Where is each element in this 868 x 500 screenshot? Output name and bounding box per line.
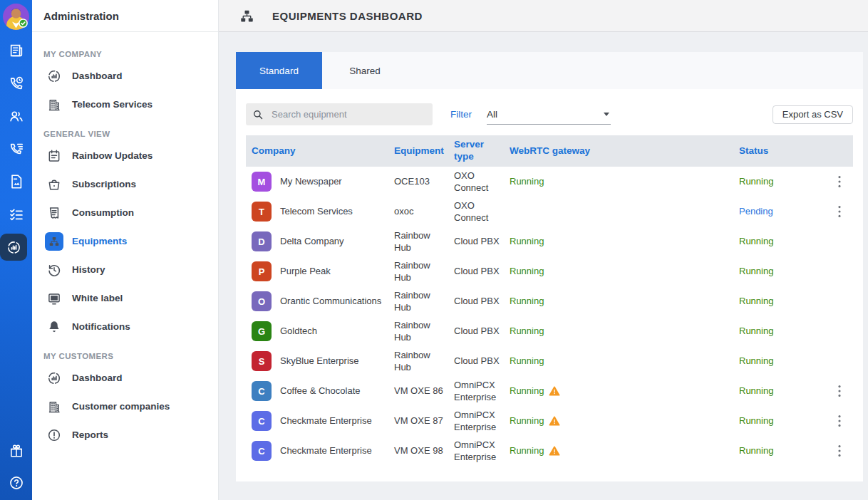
column-header-status[interactable]: Status bbox=[735, 145, 826, 157]
sidebar-item-label: Customer companies bbox=[72, 401, 170, 412]
rail-item-news[interactable] bbox=[0, 34, 32, 67]
row-menu-button[interactable] bbox=[832, 174, 847, 189]
rail-item-call-history[interactable] bbox=[0, 67, 32, 100]
sidebar-item-reports[interactable]: Reports bbox=[32, 421, 218, 449]
table-row[interactable]: CCheckmate EnterpriseVM OXE 87OmniPCX En… bbox=[246, 406, 853, 436]
row-menu-button[interactable] bbox=[832, 413, 847, 429]
company-cell: CCheckmate Enterprise bbox=[246, 441, 390, 461]
search-input[interactable] bbox=[270, 108, 426, 120]
equipment-cell: Rainbow Hub bbox=[390, 349, 450, 373]
sidebar-item-label: Rainbow Updates bbox=[72, 150, 153, 162]
sidebar-item-dashboard[interactable]: Dashboard bbox=[32, 364, 218, 392]
sidebar-item-label: Subscriptions bbox=[72, 179, 136, 190]
status-text: Running bbox=[739, 445, 773, 456]
column-header-server-type[interactable]: Server type bbox=[450, 139, 505, 163]
tab-bar: Standard Shared bbox=[236, 52, 863, 89]
table-row[interactable]: DDelta CompanyRainbow HubCloud PBXRunnin… bbox=[246, 226, 853, 256]
table-row[interactable]: PPurple PeakRainbow HubCloud PBXRunningR… bbox=[246, 256, 853, 286]
tab-shared[interactable]: Shared bbox=[322, 52, 408, 89]
warning-icon bbox=[549, 385, 560, 397]
receipt-icon bbox=[47, 206, 61, 220]
sidebar-item-label: Dashboard bbox=[72, 71, 123, 82]
sidebar-item-notifications[interactable]: Notifications bbox=[32, 313, 218, 341]
table-row[interactable]: TTelecom ServicesoxocOXO ConnectPending bbox=[246, 197, 853, 226]
webrtc-gateway-cell: Running bbox=[505, 415, 735, 427]
sidebar-item-white-label[interactable]: White label bbox=[32, 284, 218, 313]
status-cell: Running bbox=[735, 235, 826, 247]
active-icon-tile bbox=[45, 232, 63, 251]
webrtc-status-text: Running bbox=[510, 385, 544, 397]
company-name: Purple Peak bbox=[280, 266, 331, 278]
sidebar-item-history[interactable]: History bbox=[32, 256, 218, 284]
table-header-row: Company Equipment Server type WebRTC gat… bbox=[246, 135, 853, 167]
webrtc-status-text: Running bbox=[510, 235, 544, 247]
company-cell: CCoffee & Chocolate bbox=[246, 381, 390, 401]
status-cell: Pending bbox=[735, 205, 826, 217]
row-menu-button[interactable] bbox=[832, 383, 847, 399]
table-row[interactable]: CCheckmate EnterpriseVM OXE 98OmniPCX En… bbox=[246, 436, 853, 466]
column-header-equipment[interactable]: Equipment bbox=[390, 145, 450, 157]
row-menu-button[interactable] bbox=[832, 204, 847, 219]
company-avatar: P bbox=[252, 261, 272, 281]
sidebar-item-customer-companies[interactable]: Customer companies bbox=[32, 392, 218, 421]
rail-item-whats-new[interactable] bbox=[0, 434, 32, 467]
filter-select[interactable]: All bbox=[487, 105, 611, 125]
status-text: Pending bbox=[739, 206, 773, 217]
status-cell: Running bbox=[735, 385, 826, 397]
search-box[interactable] bbox=[246, 103, 433, 125]
actions-cell bbox=[826, 383, 853, 399]
webrtc-status-text: Running bbox=[510, 265, 544, 277]
table-row[interactable]: SSkyBlue EnterpriseRainbow HubCloud PBXR… bbox=[246, 346, 853, 376]
company-name: Goldtech bbox=[280, 325, 317, 338]
tab-standard[interactable]: Standard bbox=[236, 52, 322, 89]
export-csv-button[interactable]: Export as CSV bbox=[773, 105, 853, 124]
rail-item-contacts[interactable] bbox=[0, 100, 32, 132]
company-name: Checkmate Enterprise bbox=[280, 445, 372, 457]
user-avatar[interactable] bbox=[3, 4, 29, 30]
company-name: Orantic Communications bbox=[280, 296, 381, 308]
company-avatar: S bbox=[252, 351, 272, 371]
server-type-cell: Cloud PBX bbox=[450, 235, 505, 247]
sidebar-item-consumption[interactable]: Consumption bbox=[32, 199, 218, 227]
content-area: Standard Shared Filter All bbox=[219, 32, 868, 500]
column-header-webrtc-gateway[interactable]: WebRTC gateway bbox=[505, 145, 735, 157]
rail-item-tasks[interactable] bbox=[0, 198, 32, 231]
basket-icon bbox=[47, 177, 61, 192]
status-text: Running bbox=[739, 355, 773, 366]
row-menu-button[interactable] bbox=[832, 443, 847, 459]
table-row[interactable]: OOrantic CommunicationsRainbow HubCloud … bbox=[246, 286, 853, 316]
calendar-icon bbox=[47, 149, 61, 163]
company-cell: CCheckmate Enterprise bbox=[246, 411, 390, 431]
section-label: MY COMPANY bbox=[43, 50, 207, 58]
table-row[interactable]: GGoldtechRainbow HubCloud PBXRunningRunn… bbox=[246, 316, 853, 346]
chevron-down-icon bbox=[604, 113, 609, 116]
equipment-cell: Rainbow Hub bbox=[390, 259, 450, 283]
history-icon bbox=[47, 263, 61, 277]
actions-cell bbox=[826, 174, 853, 189]
table-row[interactable]: CCoffee & ChocolateVM OXE 86OmniPCX Ente… bbox=[246, 376, 853, 406]
sidebar-item-subscriptions[interactable]: Subscriptions bbox=[32, 170, 218, 199]
file-icon bbox=[9, 174, 24, 189]
server-type-cell: Cloud PBX bbox=[450, 265, 505, 277]
sidebar-item-equipments[interactable]: Equipments bbox=[32, 227, 218, 256]
sidebar-item-telecom-services[interactable]: Telecom Services bbox=[32, 90, 218, 119]
sidebar-item-dashboard[interactable]: Dashboard bbox=[32, 62, 218, 90]
sidebar-item-rainbow-updates[interactable]: Rainbow Updates bbox=[32, 142, 218, 170]
status-text: Running bbox=[739, 415, 773, 426]
company-avatar: T bbox=[252, 202, 272, 222]
rail-item-calls[interactable] bbox=[0, 132, 32, 165]
rail-item-help[interactable] bbox=[0, 467, 32, 499]
rail-item-documents[interactable] bbox=[0, 165, 32, 198]
tasks-icon bbox=[9, 207, 24, 222]
rail-item-admin-dashboard[interactable] bbox=[0, 234, 27, 261]
webrtc-status-text: Running bbox=[510, 444, 544, 457]
warning-icon bbox=[549, 415, 560, 427]
equipment-cell: VM OXE 98 bbox=[390, 444, 450, 457]
status-text: Running bbox=[739, 385, 773, 396]
sidebar-title: Administration bbox=[32, 0, 218, 32]
column-header-company[interactable]: Company bbox=[246, 145, 390, 157]
contacts-icon bbox=[9, 108, 24, 124]
alert-icon bbox=[47, 428, 61, 442]
equipments-table: Company Equipment Server type WebRTC gat… bbox=[246, 135, 853, 466]
table-row[interactable]: MMy NewspaperOCE103OXO ConnectRunningRun… bbox=[246, 167, 853, 197]
